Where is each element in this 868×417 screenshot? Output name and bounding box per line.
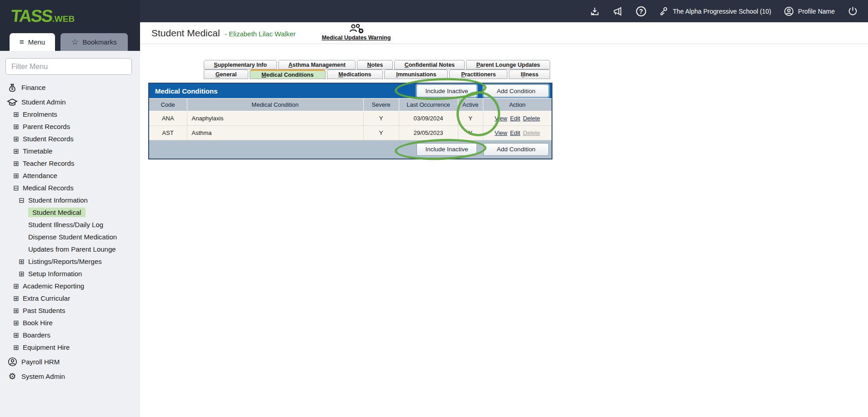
sidebar-item-updates-parent-lounge[interactable]: Updates from Parent Lounge <box>0 243 135 255</box>
medical-conditions-panel: Medical Conditions Include Inactive Add … <box>148 83 552 159</box>
view-link[interactable]: View <box>495 129 507 136</box>
plus-box-icon[interactable]: ⊞ <box>13 147 20 155</box>
megaphone-icon[interactable] <box>612 6 623 16</box>
download-icon[interactable] <box>590 6 600 16</box>
app-window: TASS.WEB ≡ Menu ☆ Bookmarks $ Finance <box>0 0 868 417</box>
tab-immunisations[interactable]: Immunisations <box>384 70 448 79</box>
include-inactive-button-top[interactable]: Include Inactive <box>416 84 477 97</box>
sidebar-item-academic-reporting[interactable]: ⊞Academic Reporting <box>0 280 135 292</box>
view-link[interactable]: View <box>495 115 507 122</box>
panel-title: Medical Conditions <box>149 87 416 95</box>
plus-box-icon[interactable]: ⊞ <box>13 135 20 143</box>
col-header-action: Action <box>483 99 552 111</box>
star-icon: ☆ <box>71 37 78 47</box>
profile-menu[interactable]: Profile Name <box>784 6 835 16</box>
sidebar-item-system-admin[interactable]: ⚙ System Admin <box>0 370 135 382</box>
sidebar-item-student-admin[interactable]: Student Admin <box>0 96 135 108</box>
cell-active: Y <box>458 125 483 140</box>
tab-medical-conditions[interactable]: Medical Conditions <box>250 70 325 79</box>
sidebar-item-timetable[interactable]: ⊞Timetable <box>0 145 135 157</box>
edit-link[interactable]: Edit <box>510 115 520 122</box>
include-inactive-button-bottom[interactable]: Include Inactive <box>416 143 477 156</box>
sidebar-item-dispense-medication[interactable]: Dispense Student Medication <box>0 231 135 243</box>
tab-notes[interactable]: Notes <box>357 60 393 70</box>
sidebar-item-student-records[interactable]: ⊞Student Records <box>0 133 135 145</box>
sidebar-item-boarders[interactable]: ⊞Boarders <box>0 329 135 341</box>
sidebar-item-enrolments[interactable]: ⊞Enrolments <box>0 108 135 120</box>
sidebar-item-student-medical[interactable]: Student Medical <box>0 206 135 218</box>
tab-confidential-notes[interactable]: Confidential Notes <box>394 60 465 70</box>
main-area: ? The Alpha Progressive School (10) Prof… <box>140 0 868 417</box>
tab-parent-lounge-updates[interactable]: Parent Lounge Updates <box>466 60 550 70</box>
panel-footer: Include Inactive Add Condition <box>149 140 552 159</box>
add-condition-button-top[interactable]: Add Condition <box>483 84 549 97</box>
cell-condition: Anaphylaxis <box>187 111 363 125</box>
school-selector[interactable]: The Alpha Progressive School (10) <box>659 6 771 16</box>
logo-text: TASS <box>10 6 53 26</box>
sidebar-item-attendance[interactable]: ⊞Attendance <box>0 169 135 182</box>
sidebar-item-setup-information[interactable]: ⊞Setup Information <box>0 268 135 280</box>
plus-box-icon[interactable]: ⊞ <box>13 307 20 315</box>
col-header-code: Code <box>149 99 187 111</box>
tab-illness[interactable]: Illness <box>509 70 550 79</box>
content-body: Supplementary Info Asthma Management Not… <box>140 44 868 417</box>
plus-box-icon[interactable]: ⊞ <box>13 319 20 327</box>
col-header-active: Active <box>458 99 483 111</box>
sidebar-item-student-information[interactable]: ⊟Student Information <box>0 194 135 206</box>
plus-box-icon[interactable]: ⊞ <box>13 172 20 180</box>
delete-link[interactable]: Delete <box>523 115 540 122</box>
plus-box-icon[interactable]: ⊞ <box>18 258 25 266</box>
sidebar-item-extra-curricular[interactable]: ⊞Extra Curricular <box>0 292 135 304</box>
edit-link[interactable]: Edit <box>510 129 520 136</box>
tab-practitioners[interactable]: Practitioners <box>449 70 507 79</box>
cell-code: AST <box>149 125 187 140</box>
tab-asthma-management[interactable]: Asthma Management <box>278 60 356 70</box>
tab-supplementary-info[interactable]: Supplementary Info <box>204 60 277 70</box>
tab-menu[interactable]: ≡ Menu <box>10 33 55 51</box>
minus-box-icon[interactable]: ⊟ <box>13 184 20 192</box>
power-icon[interactable] <box>848 6 858 16</box>
sidebar-item-teacher-records[interactable]: ⊞Teacher Records <box>0 157 135 169</box>
tab-bookmarks[interactable]: ☆ Bookmarks <box>60 33 128 51</box>
panel-header: Medical Conditions Include Inactive Add … <box>149 84 552 99</box>
plus-box-icon[interactable]: ⊞ <box>13 110 20 119</box>
money-bag-icon: $ <box>6 83 18 93</box>
plus-box-icon[interactable]: ⊞ <box>18 270 25 278</box>
sidebar-body: $ Finance Student Admin ⊞Enrolments ⊞Par… <box>0 51 140 417</box>
plus-box-icon[interactable]: ⊞ <box>13 331 20 339</box>
svg-text:$: $ <box>11 87 14 91</box>
sidebar-item-book-hire[interactable]: ⊞Book Hire <box>0 317 135 329</box>
tab-medications[interactable]: Medications <box>327 70 383 79</box>
tab-general[interactable]: General <box>204 70 248 79</box>
table-row: ANA Anaphylaxis Y 03/09/2024 Y ViewEditD… <box>149 111 552 125</box>
sidebar-item-medical-records[interactable]: ⊟Medical Records <box>0 182 135 194</box>
people-plus-icon <box>349 23 364 34</box>
add-condition-button-bottom[interactable]: Add Condition <box>483 143 549 156</box>
help-icon[interactable]: ? <box>636 6 646 16</box>
plus-box-icon[interactable]: ⊞ <box>13 282 20 290</box>
col-header-severe: Severe <box>363 99 399 111</box>
sidebar-item-equipment-hire[interactable]: ⊞Equipment Hire <box>0 341 135 353</box>
plus-box-icon[interactable]: ⊞ <box>13 294 20 303</box>
sidebar-item-finance[interactable]: $ Finance <box>0 81 135 94</box>
sidebar-item-parent-records[interactable]: ⊞Parent Records <box>0 120 135 133</box>
cell-condition: Asthma <box>187 125 363 140</box>
sidebar-item-student-illness[interactable]: Student Illness/Daily Log <box>0 218 135 231</box>
plus-box-icon[interactable]: ⊞ <box>13 343 20 352</box>
hamburger-icon: ≡ <box>20 38 24 47</box>
minus-box-icon[interactable]: ⊟ <box>18 196 25 204</box>
person-circle-icon <box>6 357 18 367</box>
sidebar-item-listings-reports-merges[interactable]: ⊞Listings/Reports/Merges <box>0 255 135 268</box>
plus-box-icon[interactable]: ⊞ <box>13 159 20 168</box>
sidebar-item-past-students[interactable]: ⊞Past Students <box>0 304 135 317</box>
filter-menu-input[interactable] <box>5 58 132 75</box>
sidebar-item-payroll-hrm[interactable]: Payroll HRM <box>0 356 135 368</box>
school-name: The Alpha Progressive School (10) <box>673 8 771 15</box>
plus-box-icon[interactable]: ⊞ <box>13 123 20 131</box>
cell-actions: ViewEditDelete <box>483 111 552 125</box>
col-header-medical-condition: Medical Condition <box>187 99 363 111</box>
sidebar: TASS.WEB ≡ Menu ☆ Bookmarks $ Finance <box>0 0 140 417</box>
medical-updates-warning-link[interactable]: Medical Updates Warning <box>316 23 396 41</box>
cell-last-occurrence: 03/09/2024 <box>399 111 458 125</box>
tab-strip: Supplementary Info Asthma Management Not… <box>204 60 550 79</box>
